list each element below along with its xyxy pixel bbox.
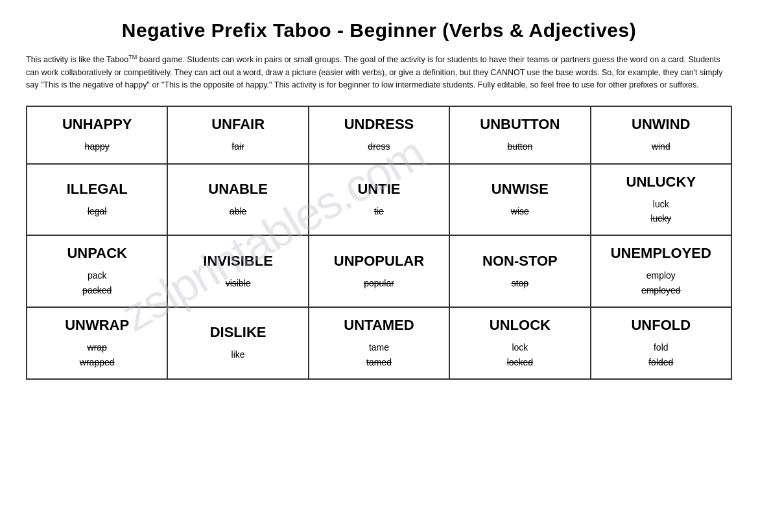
description-text: This activity is like the TabooTM board … (26, 53, 732, 91)
card-cell: UNBUTTONbutton (449, 106, 590, 163)
card-cell: DISLIKElike (167, 307, 308, 379)
card-taboo-word: fold (597, 340, 726, 354)
card-cell: UNPOPULARpopular (309, 235, 449, 307)
card-main-word: ILLEGAL (32, 181, 161, 198)
card-taboo-word: like (173, 347, 302, 362)
card-taboo-word: employed (597, 283, 726, 297)
card-taboo-word: lucky (597, 211, 726, 226)
card-cell: UNWINDwind (591, 106, 731, 163)
card-main-word: UNHAPPY (32, 116, 161, 133)
card-taboo-word: visible (173, 276, 302, 290)
card-main-word: UNTIE (314, 181, 444, 198)
card-main-word: UNPACK (32, 245, 161, 262)
card-main-word: UNLUCKY (597, 174, 726, 191)
card-taboo-word: button (455, 139, 584, 154)
card-taboo-word: pack (32, 268, 161, 283)
card-taboo-word: dress (314, 139, 444, 154)
card-cell: UNLUCKYlucklucky (591, 164, 731, 236)
card-main-word: INVISIBLE (173, 253, 302, 270)
card-main-word: UNFOLD (597, 317, 726, 334)
card-main-word: UNEMPLOYED (597, 245, 726, 262)
card-main-word: UNPOPULAR (314, 253, 444, 270)
card-main-word: NON-STOP (455, 253, 584, 270)
card-cell: UNDRESSdress (309, 106, 449, 163)
card-cell: UNWRAPwrapwrapped (27, 307, 167, 379)
card-cell: UNFAIRfair (167, 106, 308, 163)
card-grid: UNHAPPYhappyUNFAIRfairUNDRESSdressUNBUTT… (26, 106, 732, 380)
card-taboo-word: lock (455, 340, 584, 354)
card-main-word: UNABLE (173, 181, 302, 198)
card-taboo-word: wrapped (32, 355, 161, 369)
card-main-word: UNLOCK (455, 317, 584, 334)
card-taboo-word: locked (455, 355, 584, 369)
card-main-word: UNBUTTON (455, 116, 584, 133)
card-taboo-word: stop (455, 276, 584, 290)
card-cell: UNPACKpackpacked (27, 235, 167, 307)
card-taboo-word: happy (32, 139, 161, 154)
card-cell: UNABLEable (167, 164, 308, 236)
card-taboo-word: able (173, 204, 302, 218)
card-main-word: UNWRAP (32, 317, 161, 334)
card-taboo-word: wrap (32, 340, 161, 354)
card-taboo-word: employ (597, 268, 726, 283)
card-taboo-word: luck (597, 197, 726, 211)
card-cell: INVISIBLEvisible (167, 235, 308, 307)
card-cell: ILLEGALlegal (27, 164, 167, 236)
card-taboo-word: legal (32, 204, 161, 218)
card-cell: UNWISEwise (449, 164, 590, 236)
card-taboo-word: tamed (314, 355, 444, 369)
card-cell: UNTIEtie (309, 164, 449, 236)
card-main-word: DISLIKE (173, 324, 302, 341)
card-taboo-word: wind (597, 139, 726, 154)
card-taboo-word: tie (314, 204, 444, 218)
card-main-word: UNTAMED (314, 317, 444, 334)
card-cell: UNFOLDfoldfolded (591, 307, 731, 379)
card-taboo-word: packed (32, 283, 161, 297)
card-taboo-word: wise (455, 204, 584, 218)
card-main-word: UNFAIR (173, 116, 302, 133)
card-main-word: UNDRESS (314, 116, 444, 133)
card-taboo-word: tame (314, 340, 444, 354)
card-cell: UNTAMEDtametamed (309, 307, 449, 379)
card-cell: UNLOCKlocklocked (449, 307, 590, 379)
card-taboo-word: folded (597, 355, 726, 369)
card-cell: NON-STOPstop (449, 235, 590, 307)
card-taboo-word: fair (173, 139, 302, 154)
card-cell: UNEMPLOYEDemployemployed (591, 235, 731, 307)
card-main-word: UNWIND (597, 116, 726, 133)
card-taboo-word: popular (314, 276, 444, 290)
page-title: Negative Prefix Taboo - Beginner (Verbs … (26, 19, 732, 41)
card-cell: UNHAPPYhappy (27, 106, 167, 163)
card-main-word: UNWISE (455, 181, 584, 198)
